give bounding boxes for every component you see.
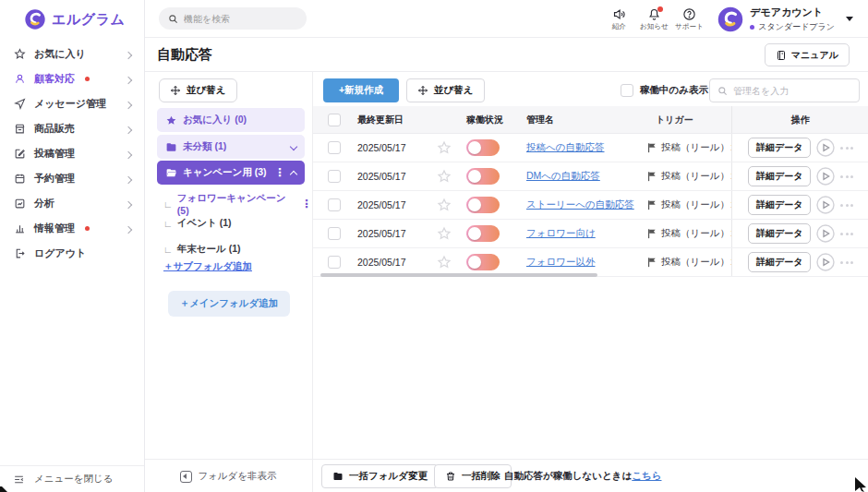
chevron-right-icon <box>126 74 131 85</box>
status-toggle[interactable] <box>466 168 500 185</box>
subfolder-follower-campaign[interactable]: ∟ フォロワーキャンペーン (5) ⋮ <box>163 192 312 216</box>
folder-campaign[interactable]: キャンペーン用 (3) ⋮ <box>157 161 305 185</box>
sidebar-item-label: 予約管理 <box>34 172 75 186</box>
detail-data-button[interactable]: 詳細データ <box>748 195 811 215</box>
favorite-star-icon[interactable] <box>429 248 459 276</box>
chevron-down-icon[interactable] <box>290 143 297 150</box>
cursor-artifact <box>0 481 9 492</box>
detail-data-button[interactable]: 詳細データ <box>748 138 811 158</box>
horizontal-scrollbar[interactable] <box>320 273 597 277</box>
sidebar-item-message-management[interactable]: メッセージ管理 <box>0 91 144 116</box>
row-checkbox[interactable] <box>328 198 341 211</box>
more-options-icon[interactable] <box>840 147 853 150</box>
more-options-icon[interactable] <box>840 175 853 178</box>
row-checkbox[interactable] <box>328 170 341 183</box>
account-plan: スタンダードプラン <box>750 21 835 33</box>
top-right-controls: 紹介 お知らせ サポート デモアカウント <box>601 0 853 38</box>
subfolder-yearend-sale[interactable]: ∟ 年末セール (1) <box>163 243 241 256</box>
support-button[interactable]: サポート <box>671 7 706 31</box>
add-subfolder-link[interactable]: ＋サブフォルダ追加 <box>163 260 252 273</box>
rule-name-link[interactable]: DMへの自動応答 <box>526 170 600 183</box>
header-star <box>429 106 459 133</box>
account-info[interactable]: デモアカウント スタンダードプラン <box>750 6 835 33</box>
sidebar-item-customer-support[interactable]: 顧客対応 <box>0 66 144 91</box>
favorite-star-icon[interactable] <box>429 191 459 219</box>
hide-folders-label: フォルダを非表示 <box>198 470 276 483</box>
sidebar-item-logout[interactable]: ログアウト <box>0 241 144 266</box>
row-checkbox[interactable] <box>328 256 341 269</box>
folder-label: 未分類 (1) <box>183 140 285 153</box>
star-filled-icon <box>165 114 177 126</box>
sidebar-item-post-management[interactable]: 投稿管理 <box>0 141 144 166</box>
status-toggle[interactable] <box>466 254 500 270</box>
calendar-icon <box>14 173 26 185</box>
account-menu-caret[interactable] <box>846 17 853 21</box>
row-checkbox[interactable] <box>328 141 341 154</box>
sidebar-item-info-management[interactable]: 情報管理 <box>0 216 144 241</box>
sidebar-item-reservation-management[interactable]: 予約管理 <box>0 166 144 191</box>
status-toggle[interactable] <box>466 197 500 213</box>
kebab-menu-icon[interactable]: ⋮ <box>301 198 312 210</box>
chevron-up-icon[interactable] <box>290 170 297 177</box>
play-icon[interactable] <box>816 253 835 271</box>
folder-favorites[interactable]: お気に入り (0) <box>157 108 305 132</box>
referral-button[interactable]: 紹介 <box>601 7 636 31</box>
close-menu-button[interactable]: メニューを閉じる <box>0 465 144 492</box>
brand[interactable]: エルグラム <box>0 0 144 30</box>
sidebar-item-favorites[interactable]: お気に入り <box>0 42 144 66</box>
kebab-menu-icon[interactable]: ⋮ <box>274 167 285 178</box>
play-icon[interactable] <box>816 196 835 214</box>
detail-data-button[interactable]: 詳細データ <box>748 252 811 272</box>
plan-dot-icon <box>750 25 754 30</box>
status-toggle[interactable] <box>466 225 500 242</box>
play-icon[interactable] <box>816 167 835 186</box>
updated-date: 2025/05/17 <box>350 191 429 219</box>
subfolder-event[interactable]: ∟ イベント (1) <box>163 217 232 230</box>
rule-name-link[interactable]: フォロワー向け <box>526 227 596 240</box>
global-search-input[interactable] <box>184 14 297 24</box>
global-search[interactable] <box>159 7 307 30</box>
folder-icon <box>165 141 177 153</box>
manual-button[interactable]: マニュアル <box>765 43 850 66</box>
play-icon[interactable] <box>816 138 835 157</box>
table-search-input[interactable] <box>733 86 851 96</box>
sort-label: 並び替え <box>187 84 226 97</box>
favorite-star-icon[interactable] <box>429 162 459 190</box>
help-link[interactable]: こちら <box>632 470 661 481</box>
rule-name-link[interactable]: 投稿への自動応答 <box>526 141 605 154</box>
more-options-icon[interactable] <box>840 261 853 264</box>
chevron-right-icon <box>126 174 131 185</box>
more-options-icon[interactable] <box>840 233 853 235</box>
rule-name-link[interactable]: フォロワー以外 <box>526 256 595 269</box>
active-only-filter[interactable]: 稼働中のみ表示 <box>621 84 708 97</box>
select-all-checkbox[interactable] <box>328 114 341 126</box>
hide-folders-button[interactable]: フォルダを非表示 <box>145 460 313 492</box>
account-avatar[interactable] <box>717 6 743 32</box>
add-main-folder-button[interactable]: ＋メインフォルダ追加 <box>168 291 290 317</box>
favorite-star-icon[interactable] <box>429 220 459 247</box>
more-options-icon[interactable] <box>840 204 853 207</box>
active-only-checkbox[interactable] <box>621 84 633 97</box>
table-search[interactable] <box>709 78 860 102</box>
row-checkbox[interactable] <box>328 227 341 240</box>
bulk-folder-change-button[interactable]: 一括フォルダ変更 <box>321 464 439 488</box>
detail-data-button[interactable]: 詳細データ <box>748 166 811 186</box>
collapse-menu-icon <box>13 474 25 486</box>
table-sort-button[interactable]: 並び替え <box>406 78 485 102</box>
bar-chart-icon <box>14 222 26 234</box>
sidebar-item-analytics[interactable]: 分析 <box>0 191 144 216</box>
create-new-button[interactable]: +新規作成 <box>323 78 399 102</box>
rule-name-link[interactable]: ストーリーへの自動応答 <box>526 198 634 211</box>
sidebar-item-label: ログアウト <box>34 246 86 260</box>
folder-uncategorized[interactable]: 未分類 (1) <box>157 135 305 159</box>
sidebar-item-product-sales[interactable]: 商品販売 <box>0 116 144 141</box>
folder-sort-button[interactable]: 並び替え <box>159 78 237 102</box>
play-icon[interactable] <box>816 224 835 243</box>
table-row: 2025/05/17 ストーリーへの自動応答 投稿（リール）コメント 詳細データ <box>313 191 868 220</box>
detail-data-button[interactable]: 詳細データ <box>748 223 811 244</box>
subfolder-label: フォロワーキャンペーン (5) <box>177 192 296 216</box>
bulk-delete-button[interactable]: 一括削除 <box>434 464 512 488</box>
favorite-star-icon[interactable] <box>429 134 459 162</box>
status-toggle[interactable] <box>466 139 500 156</box>
notifications-button[interactable]: お知らせ <box>636 7 671 31</box>
